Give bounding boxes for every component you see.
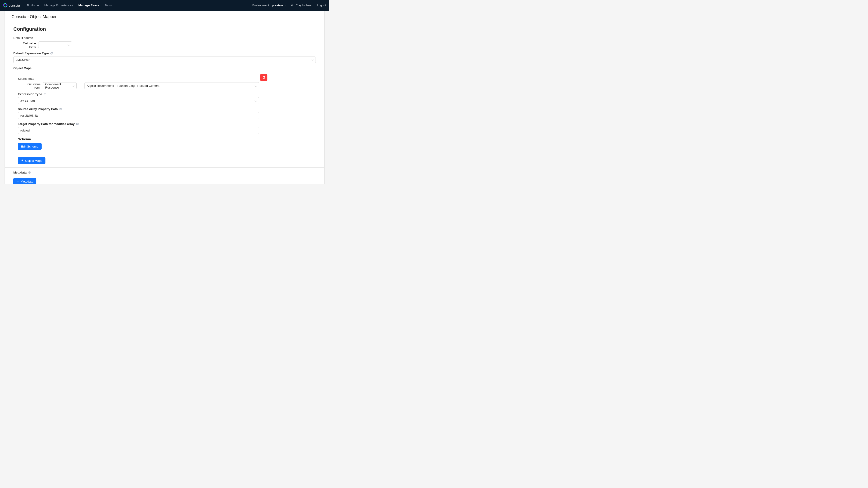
brand[interactable]: conscia bbox=[3, 3, 20, 7]
nav-manage-flows-label: Manage Flows bbox=[79, 4, 99, 7]
nav-home-label: Home bbox=[31, 4, 39, 7]
expression-type-label: Expression Type bbox=[18, 92, 259, 96]
edit-schema-button-label: Edit Schema bbox=[21, 145, 38, 148]
help-icon[interactable] bbox=[50, 52, 53, 55]
default-source-label: Default source bbox=[13, 36, 316, 39]
target-path-input-el[interactable] bbox=[20, 129, 254, 132]
user-name: Clay Hobson bbox=[296, 4, 312, 7]
page-title: Conscia - Object Mapper bbox=[11, 14, 318, 19]
expression-type-label-text: Expression Type bbox=[18, 92, 42, 96]
page-header: Conscia - Object Mapper bbox=[5, 11, 324, 22]
schema-label: Schema bbox=[18, 137, 259, 141]
environment-label: Environment: bbox=[252, 4, 270, 7]
plus-icon bbox=[17, 180, 19, 183]
source-get-value-from-label: Get value from: bbox=[18, 83, 40, 89]
default-expression-type-label: Default Expression Type bbox=[13, 52, 316, 55]
source-array-path-input-el[interactable] bbox=[20, 114, 254, 117]
help-icon[interactable] bbox=[28, 171, 31, 174]
source-array-path-field: Source Array Property Path bbox=[18, 107, 259, 119]
default-expression-type-field: Default Expression Type JMESPath bbox=[13, 52, 316, 63]
help-icon[interactable] bbox=[76, 123, 79, 125]
svg-point-10 bbox=[29, 173, 30, 173]
plus-icon bbox=[21, 159, 24, 162]
source-data-field: Source data Get value from: Component Re… bbox=[18, 77, 259, 89]
schema-field: Schema Edit Schema bbox=[18, 137, 259, 150]
source-array-path-label: Source Array Property Path bbox=[18, 107, 259, 111]
user-icon bbox=[291, 3, 294, 7]
metadata-label: Metadata bbox=[13, 171, 316, 174]
brand-name: conscia bbox=[9, 4, 20, 7]
add-object-maps-label: Object Maps bbox=[25, 159, 42, 162]
target-path-field: Target Property Path for modified array bbox=[18, 122, 259, 134]
object-map-item: Source data Get value from: Component Re… bbox=[18, 72, 259, 154]
target-path-label-text: Target Property Path for modified array bbox=[18, 122, 74, 126]
environment-selector[interactable]: Environment: preview bbox=[252, 4, 286, 7]
logout-label: Logout bbox=[317, 4, 326, 7]
svg-point-0 bbox=[291, 4, 293, 5]
nav-tools[interactable]: Tools bbox=[105, 4, 112, 7]
drag-handle-icon[interactable] bbox=[80, 84, 82, 88]
component-select[interactable]: Algolia Recommend - Fashion Blog - Relat… bbox=[84, 82, 259, 89]
nav-tools-label: Tools bbox=[105, 4, 112, 7]
get-value-from-label: Get value from: bbox=[13, 41, 36, 48]
component-select-value: Algolia Recommend - Fashion Blog - Relat… bbox=[87, 84, 159, 88]
target-path-label: Target Property Path for modified array bbox=[18, 122, 259, 126]
expression-type-field: Expression Type JMESPath bbox=[18, 92, 259, 104]
metadata-label-text: Metadata bbox=[13, 171, 27, 174]
nav-manage-experiences[interactable]: Manage Experiences bbox=[44, 4, 73, 7]
add-object-maps-button[interactable]: Object Maps bbox=[18, 157, 45, 164]
configuration-section: Configuration Default source Get value f… bbox=[5, 22, 324, 168]
source-type-value: Component Response bbox=[45, 83, 71, 89]
dashed-divider bbox=[18, 154, 259, 154]
help-icon[interactable] bbox=[59, 107, 62, 110]
logout-link[interactable]: Logout bbox=[317, 4, 326, 7]
default-source-field: Default source Get value from: bbox=[13, 36, 316, 48]
source-array-path-label-text: Source Array Property Path bbox=[18, 107, 58, 111]
target-path-input[interactable] bbox=[18, 127, 259, 134]
source-data-label: Source data bbox=[18, 77, 259, 80]
default-expression-type-select[interactable]: JMESPath bbox=[13, 56, 316, 63]
nav-links: Home Manage Experiences Manage Flows Too… bbox=[26, 3, 112, 7]
source-array-path-input[interactable] bbox=[18, 112, 259, 119]
expression-type-value: JMESPath bbox=[20, 99, 35, 102]
nav-manage-flows[interactable]: Manage Flows bbox=[79, 4, 99, 7]
edit-schema-button[interactable]: Edit Schema bbox=[18, 143, 41, 150]
environment-value: preview bbox=[272, 4, 283, 7]
top-nav: conscia Home Manage Experiences Manage F… bbox=[0, 0, 329, 11]
home-icon bbox=[26, 3, 29, 7]
add-metadata-label: Metadata bbox=[21, 180, 33, 183]
user-menu[interactable]: Clay Hobson bbox=[291, 3, 312, 7]
nav-home[interactable]: Home bbox=[26, 3, 39, 7]
default-source-select[interactable] bbox=[38, 41, 72, 48]
object-maps-label: Object Maps bbox=[13, 66, 316, 70]
metadata-section: Metadata Metadata bbox=[5, 171, 324, 184]
add-metadata-button[interactable]: Metadata bbox=[13, 178, 36, 184]
default-expression-type-value: JMESPath bbox=[16, 58, 30, 61]
help-icon[interactable] bbox=[43, 93, 46, 96]
default-expression-type-label-text: Default Expression Type bbox=[13, 52, 49, 55]
trash-icon bbox=[262, 75, 266, 79]
page-card: Conscia - Object Mapper Configuration De… bbox=[4, 11, 324, 184]
chevron-down-icon bbox=[284, 4, 286, 7]
source-type-select[interactable]: Component Response bbox=[43, 82, 76, 89]
divider bbox=[5, 167, 324, 168]
brand-logo-icon bbox=[3, 3, 7, 7]
section-title: Configuration bbox=[13, 26, 316, 32]
delete-object-map-button[interactable] bbox=[260, 74, 268, 81]
nav-manage-experiences-label: Manage Experiences bbox=[44, 4, 73, 7]
expression-type-select[interactable]: JMESPath bbox=[18, 97, 259, 104]
